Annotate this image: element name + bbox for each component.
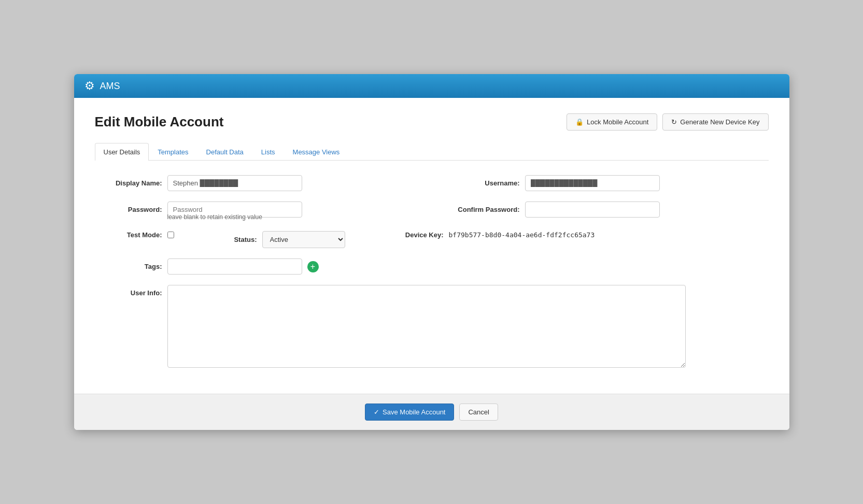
generate-button-label: Generate New Device Key xyxy=(680,118,759,126)
save-mobile-account-button[interactable]: ✓ Save Mobile Account xyxy=(365,404,454,421)
tags-input[interactable] xyxy=(167,258,302,275)
device-key-field: Device Key: bf79b577-b8d0-4a04-ae6d-fdf2… xyxy=(366,231,595,239)
device-key-value: bf79b577-b8d0-4a04-ae6d-fdf2fcc65a73 xyxy=(449,231,595,239)
add-tag-button[interactable]: + xyxy=(307,261,319,272)
tags-label: Tags: xyxy=(100,263,162,270)
lock-button-label: Lock Mobile Account xyxy=(587,118,648,126)
tab-default-data[interactable]: Default Data xyxy=(197,143,252,161)
tabs-bar: User Details Templates Default Data List… xyxy=(95,143,769,161)
tags-field: Tags: + xyxy=(100,258,319,275)
header-bar: ⚙ AMS xyxy=(74,74,789,98)
page-content: Edit Mobile Account 🔒 Lock Mobile Accoun… xyxy=(74,98,789,394)
tab-user-details[interactable]: User Details xyxy=(95,143,149,161)
test-mode-checkbox[interactable] xyxy=(167,232,174,238)
test-mode-field: Test Mode: xyxy=(100,231,174,239)
plus-icon: + xyxy=(310,263,315,271)
tab-message-views[interactable]: Message Views xyxy=(284,143,349,161)
username-input[interactable] xyxy=(525,175,660,191)
status-field: Status: Active Inactive Pending xyxy=(195,231,345,248)
form-section: Display Name: Username: Password: Confir xyxy=(95,175,769,368)
form-row-names: Display Name: Username: xyxy=(100,175,763,191)
tab-templates[interactable]: Templates xyxy=(149,143,197,161)
cancel-button[interactable]: Cancel xyxy=(459,404,498,421)
lock-icon: 🔒 xyxy=(575,118,584,126)
username-field: Username: xyxy=(442,175,763,191)
page-title: Edit Mobile Account xyxy=(95,114,224,130)
password-label: Password: xyxy=(100,206,162,213)
confirm-password-input[interactable] xyxy=(525,201,660,218)
confirm-password-label: Confirm Password: xyxy=(442,206,520,213)
save-button-label: Save Mobile Account xyxy=(383,408,445,416)
display-name-field: Display Name: xyxy=(100,175,421,191)
refresh-icon: ↻ xyxy=(671,118,677,126)
device-key-label: Device Key: xyxy=(366,231,444,239)
form-row-tags: Tags: + xyxy=(100,258,763,275)
tab-lists[interactable]: Lists xyxy=(252,143,284,161)
display-name-label: Display Name: xyxy=(100,179,162,187)
footer-bar: ✓ Save Mobile Account Cancel xyxy=(74,394,789,430)
page-header: Edit Mobile Account 🔒 Lock Mobile Accoun… xyxy=(95,113,769,131)
check-icon: ✓ xyxy=(374,408,379,416)
user-info-label: User Info: xyxy=(100,285,162,297)
status-label: Status: xyxy=(195,236,257,243)
generate-device-key-button[interactable]: ↻ Generate New Device Key xyxy=(662,113,768,131)
user-info-textarea[interactable] xyxy=(167,285,686,368)
confirm-password-field: Confirm Password: xyxy=(442,201,763,218)
gear-icon: ⚙ xyxy=(84,79,95,93)
test-mode-label: Test Mode: xyxy=(100,231,162,239)
app-title: AMS xyxy=(100,81,120,92)
cancel-button-label: Cancel xyxy=(468,408,489,416)
lock-mobile-account-button[interactable]: 🔒 Lock Mobile Account xyxy=(567,113,657,131)
form-row-user-info: User Info: xyxy=(100,285,763,368)
username-label: Username: xyxy=(442,179,520,187)
app-window: ⚙ AMS Edit Mobile Account 🔒 Lock Mobile … xyxy=(74,74,789,430)
form-row-status: Test Mode: Status: Active Inactive Pendi… xyxy=(100,231,763,248)
header-actions: 🔒 Lock Mobile Account ↻ Generate New Dev… xyxy=(567,113,768,131)
display-name-input[interactable] xyxy=(167,175,302,191)
status-select[interactable]: Active Inactive Pending xyxy=(262,231,345,248)
